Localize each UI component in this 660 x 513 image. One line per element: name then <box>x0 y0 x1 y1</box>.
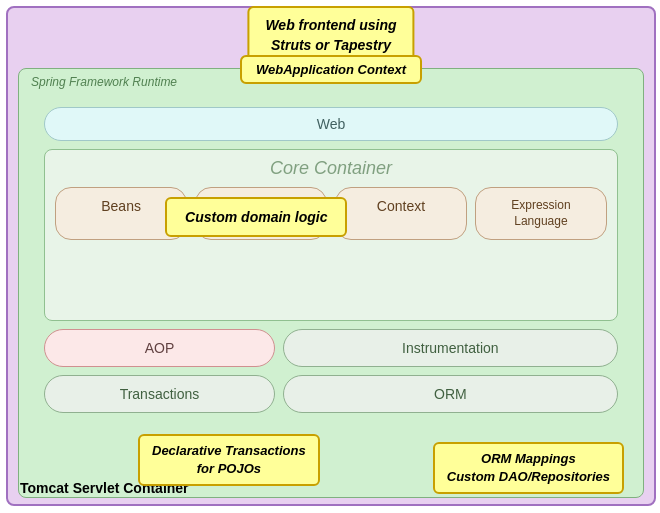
instrumentation-label: Instrumentation <box>402 340 499 356</box>
transactions-orm-row: Transactions ORM <box>44 375 618 413</box>
core-modules-wrapper: Beans Core Context Expression Language <box>55 187 607 310</box>
custom-domain-label: Custom domain logic <box>185 209 327 225</box>
orm-label: ORM <box>434 386 467 402</box>
transactions-label: Transactions <box>120 386 200 402</box>
web-bar: Web <box>44 107 618 141</box>
beans-label: Beans <box>101 198 141 214</box>
declarative-tx-line1: Declarative Transactions <box>152 443 306 458</box>
declarative-tx-box: Declarative Transactions for POJOs <box>138 434 320 486</box>
aop-box: AOP <box>44 329 275 367</box>
expression-line2: Language <box>514 214 567 228</box>
context-label: Context <box>377 198 425 214</box>
core-container: Core Container Beans Core Context Expres… <box>44 149 618 321</box>
spring-runtime: Spring Framework Runtime WebApplication … <box>18 68 644 498</box>
webapp-context-box: WebApplication Context <box>240 55 422 84</box>
core-container-label: Core Container <box>55 158 607 179</box>
expression-module: Expression Language <box>475 187 607 240</box>
orm-mappings-box: ORM Mappings Custom DAO/Repositories <box>433 442 624 494</box>
aop-instrumentation-row: AOP Instrumentation <box>44 329 618 367</box>
outer-container: Web frontend using Struts or Tapestry Sp… <box>6 6 656 506</box>
declarative-tx-line2: for POJOs <box>197 461 261 476</box>
expression-line1: Expression <box>511 198 570 212</box>
web-label: Web <box>317 116 346 132</box>
web-frontend-line2: Struts or Tapestry <box>271 37 391 53</box>
orm-mappings-line1: ORM Mappings <box>481 451 576 466</box>
transactions-box: Transactions <box>44 375 275 413</box>
custom-domain-box: Custom domain logic <box>165 197 347 237</box>
aop-label: AOP <box>145 340 175 356</box>
web-frontend-line1: Web frontend using <box>265 17 396 33</box>
instrumentation-box: Instrumentation <box>283 329 618 367</box>
orm-mappings-line2: Custom DAO/Repositories <box>447 469 610 484</box>
orm-box: ORM <box>283 375 618 413</box>
webapp-context-label: WebApplication Context <box>256 62 406 77</box>
context-module: Context <box>335 187 467 240</box>
spring-label: Spring Framework Runtime <box>31 75 177 89</box>
